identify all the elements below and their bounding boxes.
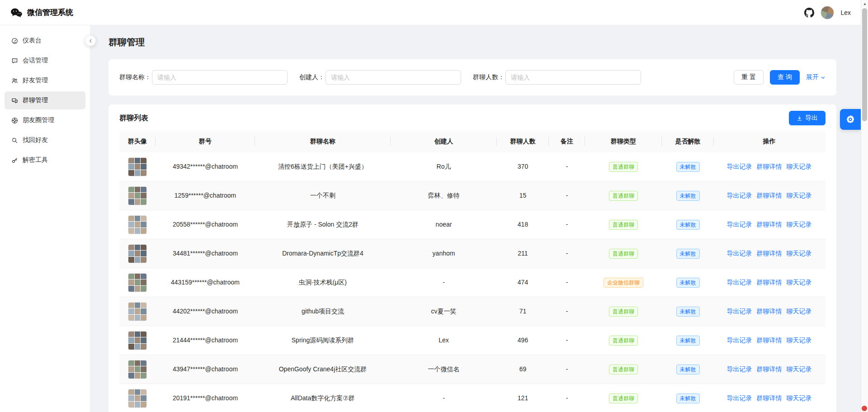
table-row: 20558******@chatroom开放原子 - Solon 交流2群noe…: [119, 210, 826, 239]
creator-input[interactable]: [326, 70, 461, 85]
group-table: 群头像群号群聊名称创建人群聊人数备注群聊类型是否解散操作 49342******…: [108, 131, 836, 412]
member-count-input[interactable]: [505, 70, 641, 85]
group-id: 49342******@chatroom: [156, 162, 255, 171]
chat-record-link[interactable]: 聊天记录: [787, 278, 812, 287]
row-actions: 导出记录群聊详情聊天记录: [714, 365, 825, 374]
chat-record-link[interactable]: 聊天记录: [787, 191, 812, 200]
export-record-link[interactable]: 导出记录: [727, 336, 752, 345]
chat-record-link[interactable]: 聊天记录: [787, 394, 812, 403]
column-header-group-name: 群聊名称: [255, 131, 391, 152]
table-row: 443159******@chatroom虫洞·技术栈(μ区)-474-企业微信…: [119, 268, 826, 297]
export-record-link[interactable]: 导出记录: [727, 249, 752, 258]
export-record-link[interactable]: 导出记录: [727, 278, 752, 287]
record-indicator: [862, 406, 867, 411]
chat-record-link[interactable]: 聊天记录: [787, 307, 812, 316]
member-count-input-field: 群聊人数：: [473, 70, 641, 85]
export-button[interactable]: 导出: [789, 111, 826, 125]
creator: -: [391, 278, 497, 287]
column-header-dissolved: 是否解散: [662, 131, 714, 152]
export-record-link[interactable]: 导出记录: [727, 220, 752, 229]
sidebar-item-label: 找回好友: [23, 136, 48, 144]
chevron-down-icon: [821, 75, 826, 80]
scrollbar-up-arrow[interactable]: ▲: [861, 0, 868, 7]
github-icon[interactable]: [804, 8, 814, 18]
expand-label: 展开: [806, 73, 819, 81]
dissolved-status-tag: 未解散: [676, 393, 700, 403]
group-detail-link[interactable]: 群聊详情: [757, 307, 782, 316]
remark: -: [549, 278, 585, 287]
export-record-link[interactable]: 导出记录: [727, 365, 752, 374]
sidebar-collapse-button[interactable]: [85, 35, 96, 46]
export-record-link[interactable]: 导出记录: [727, 191, 752, 200]
table-header-row: 群头像群号群聊名称创建人群聊人数备注群聊类型是否解散操作: [119, 131, 826, 152]
export-label: 导出: [805, 114, 818, 122]
group-detail-link[interactable]: 群聊详情: [757, 162, 782, 171]
group-id: 43947******@chatroom: [156, 365, 255, 374]
remark: -: [549, 307, 585, 316]
group-type-tag: 普通群聊: [609, 336, 638, 346]
creator: 一个微信名: [391, 365, 497, 374]
group-detail-link[interactable]: 群聊详情: [757, 191, 782, 200]
sidebar-item-label: 会话管理: [23, 57, 48, 65]
remark: -: [549, 336, 585, 345]
sidebar-item-group-chats[interactable]: 群聊管理: [5, 91, 85, 109]
avatar[interactable]: [821, 6, 834, 19]
creator: yanhom: [391, 249, 497, 258]
dissolved-status-tag: 未解散: [676, 249, 700, 259]
chevron-left-icon: [88, 38, 93, 43]
creator-input-label: 创建人：: [299, 73, 325, 81]
header-right: Lex: [804, 6, 851, 19]
member-count: 69: [497, 365, 549, 374]
group-detail-link[interactable]: 群聊详情: [757, 278, 782, 287]
reset-button[interactable]: 重 置: [734, 70, 764, 85]
dissolved-status-tag: 未解散: [676, 307, 700, 317]
group-avatar: [128, 244, 147, 263]
creator-input-field: 创建人：: [299, 70, 461, 85]
main-content: 群聊管理 群聊名称：创建人：群聊人数： 重 置 查 询 展开 群聊列表 导出: [90, 25, 861, 412]
creator: Lex: [391, 336, 497, 345]
sidebar-item-decrypt-tools[interactable]: 解密工具: [5, 151, 85, 169]
moments-icon: [11, 117, 18, 124]
sidebar-item-label: 解密工具: [23, 156, 48, 164]
group-detail-link[interactable]: 群聊详情: [757, 394, 782, 403]
group-id: 20558******@chatroom: [156, 220, 255, 229]
group-id: 21444******@chatroom: [156, 336, 255, 345]
download-icon: [797, 115, 802, 121]
username[interactable]: Lex: [840, 9, 851, 16]
chat-record-link[interactable]: 聊天记录: [787, 220, 812, 229]
group-detail-link[interactable]: 群聊详情: [757, 249, 782, 258]
table-row: 44202******@chatroomgithub项目交流cv夏一笑71-普通…: [119, 297, 826, 326]
row-actions: 导出记录群聊详情聊天记录: [714, 191, 825, 200]
group-id: 1259******@chatroom: [156, 191, 255, 200]
sidebar-item-friends[interactable]: 好友管理: [5, 71, 85, 90]
table-row: 43947******@chatroomOpenGoofy Crane4j社区交…: [119, 355, 826, 384]
chat-record-link[interactable]: 聊天记录: [787, 336, 812, 345]
group-name: OpenGoofy Crane4j社区交流群: [255, 365, 391, 374]
group-detail-link[interactable]: 群聊详情: [757, 336, 782, 345]
row-actions: 导出记录群聊详情聊天记录: [714, 162, 825, 171]
column-header-creator: 创建人: [391, 131, 497, 152]
sidebar-item-moments[interactable]: 朋友圈管理: [5, 111, 85, 129]
sidebar-item-sessions[interactable]: 会话管理: [5, 52, 85, 70]
decrypt-tool-icon: [11, 156, 18, 164]
scrollbar-thumb[interactable]: [862, 8, 867, 121]
export-record-link[interactable]: 导出记录: [727, 162, 752, 171]
chat-record-link[interactable]: 聊天记录: [787, 365, 812, 374]
chat-record-link[interactable]: 聊天记录: [787, 249, 812, 258]
member-count-input-label: 群聊人数：: [473, 73, 505, 81]
expand-toggle[interactable]: 展开: [806, 73, 826, 81]
group-type-tag: 普通群聊: [609, 249, 638, 259]
chat-record-link[interactable]: 聊天记录: [787, 162, 812, 171]
search-button[interactable]: 查 询: [770, 70, 800, 85]
sidebar-item-dashboard[interactable]: 仪表台: [5, 32, 85, 50]
settings-gear-button[interactable]: [840, 109, 861, 130]
export-record-link[interactable]: 导出记录: [727, 307, 752, 316]
row-actions: 导出记录群聊详情聊天记录: [714, 249, 825, 258]
group-detail-link[interactable]: 群聊详情: [757, 365, 782, 374]
group-name: 虫洞·技术栈(μ区): [255, 278, 391, 287]
export-record-link[interactable]: 导出记录: [727, 394, 752, 403]
sidebar-item-recover-friends[interactable]: 找回好友: [5, 131, 85, 149]
group-name-input[interactable]: [152, 70, 288, 85]
group-name: 清控6栋送货上门（美团+兴盛）: [255, 162, 391, 171]
group-detail-link[interactable]: 群聊详情: [757, 220, 782, 229]
